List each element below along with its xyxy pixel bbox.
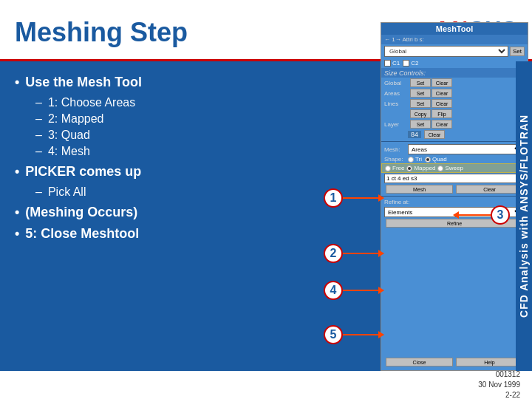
mapped-label: Mapped [414,165,435,171]
quad-label: Quad [432,156,447,163]
callout-3-text: 3 [497,208,504,222]
mesh-clear-button[interactable]: Clear [456,185,523,194]
mesh-type-radio-group: Free Mapped Sweep [385,165,463,171]
callout-2: 2 [324,244,343,263]
refine-label: Refine at: [384,199,409,205]
copy-flip-btns: Copy Flip [409,109,452,118]
global-set-btn[interactable]: Set [410,78,431,87]
free-label: Free [392,165,404,171]
areas-set-btn[interactable]: Set [410,89,431,98]
arrow-1 [343,197,383,199]
copy-btn[interactable]: Copy [410,109,431,118]
mesh-dropdown[interactable]: Areas [408,144,525,154]
mesh-button[interactable]: Mesh [386,185,453,194]
quad-option[interactable]: Quad [425,156,447,163]
vertical-text-area: CFD Analysis with ANSYS/FLOTRAN [516,61,532,371]
global-dropdown[interactable]: Global [384,46,508,57]
sweep-option[interactable]: Sweep [437,165,463,171]
sub-items-group: – 1: Choose Areas – 2: Mapped – 3: Quad … [35,96,325,158]
arrow-2-head [378,250,384,257]
bullet-text-4: 5: Close Meshtool [25,226,139,242]
bullet-dot-1: • [15,75,19,90]
quad-radio[interactable] [425,157,431,163]
bullet-item-3: • (Meshing Occurs) [15,205,325,220]
layer-row: Layer Set Clear [381,119,528,129]
shape-row: Shape: Tri Quad [381,155,528,163]
content-area: • Use the Mesh Tool – 1: Choose Areas – … [0,61,340,371]
element-attr-label: ← 1→ Attri b s: [384,36,424,43]
callout-5: 5 [324,325,343,344]
global-clear-btn[interactable]: Clear [432,78,452,87]
areas-ctrl-row: Areas Set Clear [381,88,528,98]
sweep-radio[interactable] [437,166,443,171]
close-help-row: Close Help [381,355,528,369]
bullet-dot-4: • [15,226,19,242]
sub-item-4: – 4: Mesh [35,145,325,158]
help-button[interactable]: Help [456,358,523,366]
arrow-5 [343,334,383,335]
footer: 001312 30 Nov 1999 2-22 [0,371,532,399]
mapped-radio[interactable] [406,166,412,171]
slide: Meshing Step ANSYS® Training Manual • Us… [0,0,532,399]
callout-5-text: 5 [330,328,337,341]
sub-item-2: – 2: Mapped [35,112,325,126]
value-84-clear-btn[interactable]: Clear [424,130,445,139]
value-84-row: 84 Clear [381,129,528,140]
dash-2: – [35,112,42,126]
mesh-type-row: Free Mapped Sweep [381,163,528,173]
footer-info: 001312 30 Nov 1999 2-22 [478,369,520,399]
callout-3: 3 [491,205,510,225]
sub-items-group-2: – Pick All [35,185,325,199]
free-radio[interactable] [385,166,391,171]
areas-ctrl-btns: Set Clear [409,89,452,98]
callout-4-text: 4 [330,284,337,297]
dash-4: – [35,145,42,158]
callout-1-text: 1 [330,191,337,205]
page-title: Meshing Step [15,16,188,48]
global-ctrl-label: Global [384,80,408,86]
flip-btn[interactable]: Flip [432,109,452,118]
set-button[interactable]: Set [510,47,525,56]
areas-clear-btn[interactable]: Clear [432,89,452,98]
mesh-action-row: Mesh Clear [381,184,528,194]
mesh-label-row: Mesh: Areas [381,143,528,155]
shape-label: Shape: [384,156,408,163]
lines-clear-btn[interactable]: Clear [432,99,452,108]
tri-option[interactable]: Tri [408,156,422,163]
arrow-3 [454,214,491,216]
vertical-text: CFD Analysis with ANSYS/FLOTRAN [518,115,530,318]
size-controls-label: Size Controls: [381,68,528,78]
global-row: Global Set [381,44,528,58]
global-ctrl-btns: Set Clear [409,78,452,87]
panel-divider-1 [381,141,528,142]
mesh-input-field[interactable] [384,174,525,183]
checkbox-1[interactable] [384,60,391,66]
sub-text-3: 3: Quad [48,129,90,142]
mapped-option[interactable]: Mapped [406,165,435,171]
arrow-4 [343,290,383,291]
mesh-input-row [381,173,528,184]
sub-item-5: – Pick All [35,185,325,199]
cb-label-1: C1 [392,60,400,66]
sub-text-1: 1: Choose Areas [48,96,135,109]
areas-ctrl-label: Areas [384,90,408,97]
dash-3: – [35,129,42,142]
checkbox-row: C1 C2 [381,58,528,68]
refine-label-row: Refine at: [381,198,528,206]
checkbox-2[interactable] [403,60,409,66]
footer-page: 2-22 [505,391,520,399]
arrow-3-head [453,211,459,219]
callout-2-text: 2 [330,247,337,260]
callout-4: 4 [324,281,343,300]
free-option[interactable]: Free [385,165,404,171]
callout-1: 1 [324,188,343,208]
lines-set-btn[interactable]: Set [410,99,431,108]
tri-radio[interactable] [408,157,414,163]
layer-set-btn[interactable]: Set [410,120,431,129]
lines-ctrl-row: Lines Set Clear [381,98,528,109]
bullet-dot-3: • [15,205,19,220]
bullet-item-1: • Use the Mesh Tool [15,75,325,90]
close-button[interactable]: Close [386,358,453,366]
layer-clear-btn[interactable]: Clear [432,120,452,129]
value-84: 84 [408,131,421,138]
